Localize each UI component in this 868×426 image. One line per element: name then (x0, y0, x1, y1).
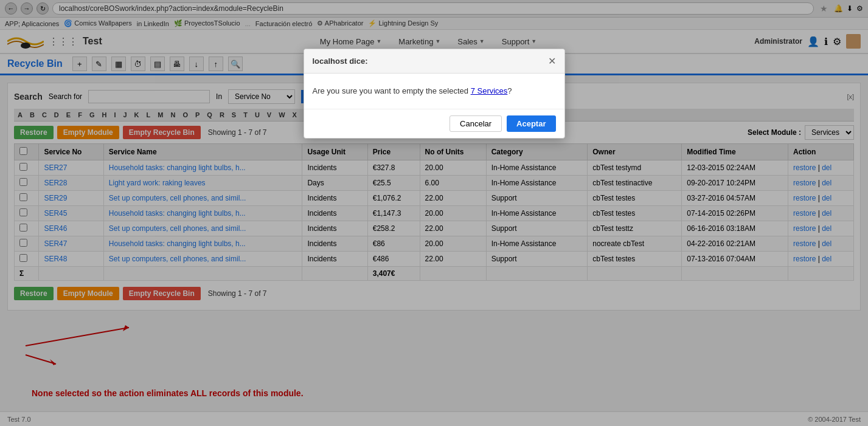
modal-title: localhost dice: (313, 57, 368, 66)
modal-header: localhost dice: ✕ (304, 49, 564, 74)
modal-emphasis: 7 Services (471, 86, 508, 95)
modal-footer: Cancelar Aceptar (304, 109, 564, 138)
cancel-button[interactable]: Cancelar (450, 115, 502, 132)
modal-dialog: localhost dice: ✕ Are you sure you want … (304, 49, 565, 139)
modal-overlay: localhost dice: ✕ Are you sure you want … (0, 0, 868, 426)
modal-body: Are you sure you want to empty the selec… (304, 74, 564, 109)
modal-close-button[interactable]: ✕ (548, 55, 556, 67)
accept-button[interactable]: Aceptar (507, 115, 555, 132)
